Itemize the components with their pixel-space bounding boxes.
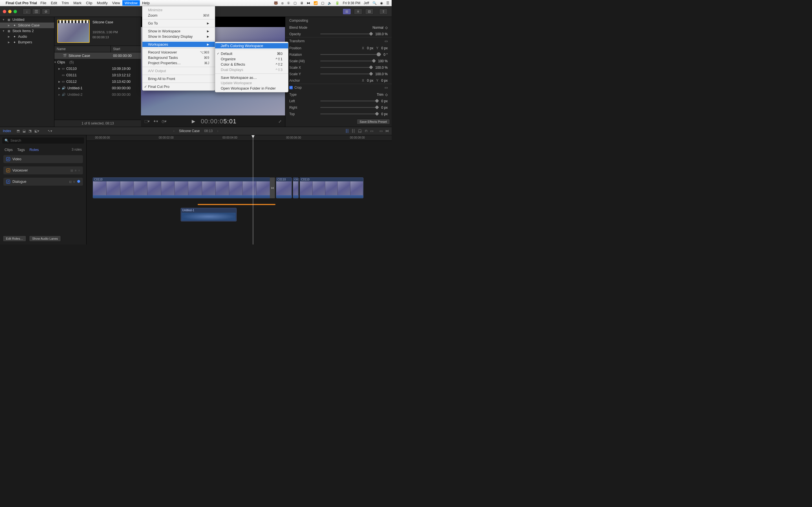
menu-zoom[interactable]: Zoom⌘M: [142, 13, 215, 18]
timeline-ruler[interactable]: 00:00:00:00 00:00:02:00 00:00:04:00 00:0…: [87, 135, 392, 141]
spotlight-icon[interactable]: 🔍: [372, 1, 377, 5]
sidebar-item-silicone-case[interactable]: ▶✦Silicone Case: [0, 22, 54, 28]
browser-toggle-button[interactable]: ⊞: [343, 8, 351, 15]
bear-icon[interactable]: 🐻: [274, 1, 278, 5]
display-icon[interactable]: 🖥: [300, 1, 303, 5]
crop-left-row[interactable]: Left0 px: [285, 98, 392, 104]
rotation-row[interactable]: Rotation0 °: [285, 51, 392, 58]
role-focus-icon[interactable]: ○: [78, 169, 80, 172]
fullscreen-window-button[interactable]: [13, 10, 17, 13]
crop-type-row[interactable]: TypeTrim ◇: [285, 91, 392, 98]
volume-icon[interactable]: 🔈: [327, 1, 332, 5]
transform-header[interactable]: Transform▭: [285, 37, 392, 45]
menu-trim[interactable]: Trim: [62, 1, 69, 5]
menu-window[interactable]: Window: [122, 0, 140, 6]
timeline-history-fwd[interactable]: ›: [217, 129, 218, 133]
sidebar-item-bumpers[interactable]: ▶✦Bumpers: [0, 40, 54, 45]
timeline-clip-c010[interactable]: C010…: [293, 177, 299, 198]
menu-project-properties[interactable]: Project Properties…⌘J: [142, 60, 215, 66]
playhead[interactable]: [253, 135, 253, 244]
retime-tool-icon[interactable]: ◷▾: [161, 119, 167, 123]
airplay-icon[interactable]: ▢: [321, 1, 324, 5]
menu-file[interactable]: File: [40, 1, 46, 5]
notification-center-icon[interactable]: ☰: [386, 1, 389, 5]
crop-top-row[interactable]: Top0 px: [285, 111, 392, 117]
show-audio-lanes-button[interactable]: Show Audio Lanes: [29, 235, 61, 242]
workspace-jeffs-coloring[interactable]: Jeff's Coloring Workspace: [215, 43, 288, 48]
timeline-through-edit[interactable]: ⋈: [270, 177, 275, 198]
menu-bring-all-front[interactable]: Bring All to Front: [142, 76, 215, 81]
battery-icon[interactable]: 🔋: [335, 1, 340, 5]
timeline-clip-c0110b[interactable]: C0110: [276, 177, 292, 198]
column-start[interactable]: Start: [111, 46, 122, 52]
menu-show-in-workspace[interactable]: Show in Workspace▶: [142, 29, 215, 34]
timeline[interactable]: 00:00:00:00 00:00:02:00 00:00:04:00 00:0…: [87, 135, 392, 244]
sidebar-item-audio[interactable]: ▶✦Audio: [0, 34, 54, 40]
tab-roles[interactable]: Roles: [29, 148, 39, 152]
connect-clip-icon[interactable]: ⬒: [17, 129, 20, 133]
menu-edit[interactable]: Edit: [51, 1, 57, 5]
menu-view[interactable]: View: [112, 1, 120, 5]
scale-x-row[interactable]: Scale X100.0 %: [285, 64, 392, 71]
timeline-clip-c0110c[interactable]: C0110: [300, 177, 363, 198]
role-collapse-icon[interactable]: ⊟: [70, 169, 73, 172]
timeline-toggle-button[interactable]: ≡: [354, 8, 362, 15]
crop-header[interactable]: ✓Crop▭: [285, 83, 392, 91]
blend-mode-row[interactable]: Blend ModeNormal ◇: [285, 24, 392, 31]
audio-skimming-icon[interactable]: ⎮⎮: [352, 129, 355, 133]
save-effects-preset-button[interactable]: Save Effects Preset: [357, 119, 390, 124]
role-video[interactable]: ✓Video: [3, 155, 83, 163]
keyword-button[interactable]: ⚿: [32, 8, 41, 15]
effects-tool-icon[interactable]: ✦▾: [153, 119, 158, 123]
viewer-timecode[interactable]: 00:00:05:01: [201, 118, 237, 125]
menu-help[interactable]: Help: [142, 1, 150, 5]
opacity-row[interactable]: Opacity100.0 %: [285, 31, 392, 37]
transform-show-icon[interactable]: ▭: [385, 39, 388, 43]
index-button[interactable]: Index: [3, 129, 11, 133]
clip-thumbnail[interactable]: [57, 20, 90, 43]
browser-row-c0110[interactable]: ▶▭C011010:09:19:00: [54, 65, 141, 72]
append-clip-icon[interactable]: ⬔: [29, 129, 32, 133]
workspace-save-as[interactable]: Save Workspace as…: [215, 75, 288, 80]
role-checkbox[interactable]: ✓: [6, 157, 10, 161]
role-focus-icon[interactable]: [77, 180, 80, 183]
close-window-button[interactable]: [3, 10, 6, 13]
role-voiceover[interactable]: ✓Voiceover⊟≡○: [3, 166, 83, 174]
browser-row-untitled2[interactable]: ▶🔊Untitled-200:00:00:00: [54, 91, 141, 98]
edit-roles-button[interactable]: Edit Roles…: [3, 235, 26, 242]
tab-tags[interactable]: Tags: [17, 148, 25, 152]
role-expand-icon[interactable]: ≡: [73, 180, 75, 184]
workspace-color-effects[interactable]: Color & Effects^⇧2: [215, 62, 288, 67]
browser-row-silicone-case[interactable]: 🎬Silicone Case00:00:00:00: [54, 52, 141, 59]
workspace-organize[interactable]: Organize^⇧1: [215, 56, 288, 62]
menu-record-voiceover[interactable]: Record Voiceover⌥⌘8: [142, 50, 215, 55]
tab-clips[interactable]: Clips: [4, 148, 13, 152]
role-checkbox[interactable]: ✓: [6, 180, 10, 184]
anchor-row[interactable]: AnchorX0 pxY0 px: [285, 77, 392, 83]
insert-clip-icon[interactable]: ⬓: [22, 129, 26, 133]
crop-checkbox[interactable]: ✓: [289, 86, 293, 89]
scale-all-row[interactable]: Scale (All)100 %: [285, 58, 392, 64]
fullscreen-viewer-icon[interactable]: ⤢: [278, 119, 282, 124]
browser-row-untitled1[interactable]: ▶🔊Untitled-100:00:00:00: [54, 85, 141, 91]
minimize-window-button[interactable]: [8, 10, 11, 13]
menu-mark[interactable]: Mark: [73, 1, 82, 5]
transform-tool-icon[interactable]: ⬚▾: [144, 119, 150, 123]
browser-row-c0112[interactable]: ▶▭C011210:13:42:00: [54, 78, 141, 85]
timeline-audio-untitled1[interactable]: Untitled-1: [181, 208, 237, 221]
workspace-open-folder[interactable]: Open Workspace Folder in Finder: [215, 86, 288, 91]
role-checkbox[interactable]: ✓: [6, 168, 10, 172]
camera-icon[interactable]: ▢: [294, 1, 297, 5]
share-button[interactable]: ⇪: [379, 8, 388, 15]
crop-show-icon[interactable]: ▭: [385, 86, 388, 90]
workspace-default[interactable]: ✓Default⌘0: [215, 51, 288, 56]
menu-background-tasks[interactable]: Background Tasks⌘9: [142, 55, 215, 60]
import-button[interactable]: ↓: [22, 8, 31, 15]
position-row[interactable]: PositionX0 pxY0 px: [285, 45, 392, 51]
dropdown-icon[interactable]: ◇: [385, 93, 388, 97]
play-button[interactable]: ▶: [192, 119, 195, 124]
dropbox-icon[interactable]: ⧈: [282, 1, 284, 5]
role-collapse-icon[interactable]: ⊟: [69, 180, 71, 184]
sidebar-item-untitled[interactable]: ▼⊞Untitled: [0, 17, 54, 22]
skimming-icon[interactable]: ⎮⎮: [345, 129, 349, 133]
